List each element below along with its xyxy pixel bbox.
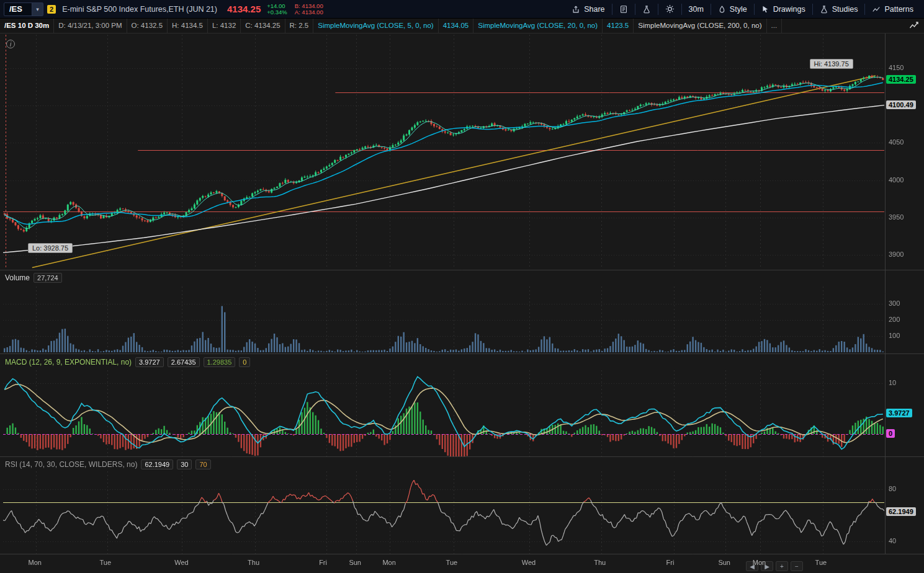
rsi-value-chip: 62.1949 xyxy=(141,460,173,469)
toolbar-right-group: Share 30m xyxy=(565,0,920,18)
macd-zero-axis-badge: 0 xyxy=(886,429,895,438)
macd-pane-header: MACD (12, 26, 9, EXPONENTIAL, no) 3.9727… xyxy=(0,355,250,369)
change-percent: +0.34% xyxy=(267,9,287,16)
bar-range: R: 2.5 xyxy=(285,19,314,33)
overflow-ellipsis[interactable]: ... xyxy=(767,19,783,33)
bid-ask: B: 4134.00 A: 4134.00 xyxy=(295,3,323,16)
macd-hist-chip: 1.29835 xyxy=(204,357,236,367)
symbol-dropdown-button[interactable]: ▾ xyxy=(32,3,43,16)
symbol-input[interactable]: /ES ▾ xyxy=(4,2,43,16)
volume-label[interactable]: Volume xyxy=(5,273,30,282)
sma20-value: 4123.5 xyxy=(603,19,634,33)
interval-30m-button[interactable]: 30m xyxy=(682,0,711,18)
bar-close: C: 4134.25 xyxy=(241,19,285,33)
axis-tick-label: 10 xyxy=(889,379,896,386)
axis-tick-label: 40 xyxy=(889,537,896,544)
chart-symbol-timeframe[interactable]: /ES 10 D 30m xyxy=(0,19,54,33)
x-axis-label: Sun xyxy=(349,559,361,566)
cursor-icon xyxy=(761,5,769,14)
low-label-chip: Lo: 3928.75 xyxy=(28,243,73,253)
macd-signal-chip: 2.67435 xyxy=(168,357,200,367)
change-value: +14.00 xyxy=(267,3,287,9)
bar-datetime: D: 4/13/21, 3:00 PM xyxy=(54,19,127,33)
axis-tick-label: 3900 xyxy=(889,251,904,258)
sma5-value: 4134.05 xyxy=(439,19,474,33)
drawings-button[interactable]: Drawings xyxy=(755,0,812,18)
macd-value-axis-badge: 3.9727 xyxy=(886,409,912,417)
chart-area: i Hi: 4139.75 Lo: 3928.75 4134.25 4100.4… xyxy=(0,33,924,573)
alert-count-badge[interactable]: 2 xyxy=(47,5,56,14)
axis-tick-label: 4000 xyxy=(889,176,904,184)
volume-pane-header: Volume 27,724 xyxy=(0,271,62,285)
chevron-down-icon: ▾ xyxy=(36,6,39,12)
x-axis-label: Fri xyxy=(319,559,327,566)
share-button[interactable]: Share xyxy=(565,0,611,18)
axis-tick-label: 200 xyxy=(889,316,900,323)
bar-low: L: 4132 xyxy=(208,19,241,33)
x-axis-label: Sun xyxy=(718,559,730,566)
gear-icon xyxy=(665,4,675,14)
x-axis-label: Mon xyxy=(29,559,42,566)
price-change: +14.00 +0.34% xyxy=(267,3,287,16)
volume-value: 27,724 xyxy=(34,273,62,283)
rsi-oversold-chip: 30 xyxy=(177,460,192,469)
x-axis-label: Tue xyxy=(100,559,112,566)
studies-button[interactable]: Studies xyxy=(813,0,865,18)
chart-header-row: /ES 10 D 30m D: 4/13/21, 3:00 PM O: 4132… xyxy=(0,19,924,33)
rsi-overbought-chip: 70 xyxy=(195,460,210,469)
x-axis-label: Fri xyxy=(666,559,675,566)
sma200-study-label[interactable]: SimpleMovingAvg (CLOSE, 200, 0, no) xyxy=(634,19,766,33)
pattern-zigzag-icon xyxy=(872,5,881,14)
sma20-study-label[interactable]: SimpleMovingAvg (CLOSE, 20, 0, no) xyxy=(473,19,603,33)
gear-icon-button[interactable] xyxy=(658,0,681,18)
axis-tick-label: 4050 xyxy=(889,138,904,146)
x-axis-label: Wed xyxy=(174,559,188,566)
high-label-chip: Hi: 4139.75 xyxy=(810,59,853,69)
style-button[interactable]: Style xyxy=(711,0,754,18)
instrument-title: E-mini S&P 500 Index Futures,ETH (JUN 21… xyxy=(62,5,217,14)
macd-label[interactable]: MACD (12, 26, 9, EXPONENTIAL, no) xyxy=(5,358,132,366)
macd-value-chip: 3.9727 xyxy=(135,357,164,367)
document-icon xyxy=(619,5,628,14)
ask-value: A: 4134.00 xyxy=(295,9,323,16)
bid-value: B: 4134.00 xyxy=(295,3,323,9)
x-axis-label: Mon xyxy=(382,559,395,566)
x-axis-label: Mon xyxy=(753,559,766,566)
x-axis-label: Thu xyxy=(594,559,606,566)
x-axis-label: Tue xyxy=(446,559,458,566)
top-toolbar: /ES ▾ 2 E-mini S&P 500 Index Futures,ETH… xyxy=(0,0,924,19)
axis-tick-label: 100 xyxy=(889,332,900,339)
axis-tick-label: 3950 xyxy=(889,213,904,221)
sma200-axis-badge: 4100.49 xyxy=(886,100,916,109)
bar-open: O: 4132.5 xyxy=(127,19,168,33)
x-axis-label: Tue xyxy=(815,559,827,566)
info-icon[interactable]: i xyxy=(6,40,15,48)
zoom-in-button[interactable]: + xyxy=(776,561,788,571)
x-axis-label: Wed xyxy=(522,559,536,566)
macd-zero-chip: 0 xyxy=(239,357,250,367)
chart-canvas[interactable] xyxy=(0,33,924,573)
flask-icon xyxy=(820,5,828,14)
last-price-axis-badge: 4134.25 xyxy=(886,75,916,84)
sma5-study-label[interactable]: SimpleMovingAvg (CLOSE, 5, 0, no) xyxy=(313,19,438,33)
patterns-button[interactable]: Patterns xyxy=(865,0,920,18)
x-axis-label: Thu xyxy=(248,559,259,566)
last-price: 4134.25 xyxy=(227,4,261,14)
droplet-icon xyxy=(718,5,726,14)
rsi-pane-header: RSI (14, 70, 30, CLOSE, WILDERS, no) 62.… xyxy=(0,458,211,471)
bar-high: H: 4134.5 xyxy=(168,19,208,33)
symbol-value: /ES xyxy=(4,4,32,14)
zoom-out-button[interactable]: − xyxy=(791,561,803,571)
chart-style-icon[interactable] xyxy=(909,20,919,32)
axis-tick-label: 80 xyxy=(889,485,896,492)
beaker-icon-button[interactable] xyxy=(635,0,658,18)
share-icon xyxy=(572,5,580,14)
rsi-value-axis-badge: 62.1949 xyxy=(886,507,916,516)
flask-icon xyxy=(642,5,651,14)
trading-platform-window: /ES ▾ 2 E-mini S&P 500 Index Futures,ETH… xyxy=(0,0,924,573)
note-icon-button[interactable] xyxy=(612,0,635,18)
axis-tick-label: 4150 xyxy=(889,64,904,71)
rsi-label[interactable]: RSI (14, 70, 30, CLOSE, WILDERS, no) xyxy=(5,460,137,469)
axis-tick-label: 300 xyxy=(889,300,900,307)
